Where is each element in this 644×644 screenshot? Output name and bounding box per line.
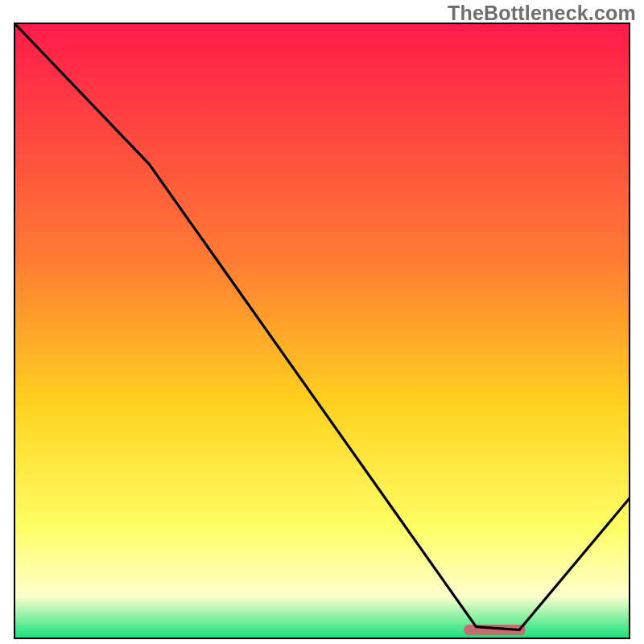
plot-area <box>14 23 630 639</box>
chart-container: TheBottleneck.com <box>0 0 644 644</box>
watermark-text: TheBottleneck.com <box>448 2 636 25</box>
gradient-background <box>14 23 630 639</box>
chart-svg <box>14 23 630 639</box>
